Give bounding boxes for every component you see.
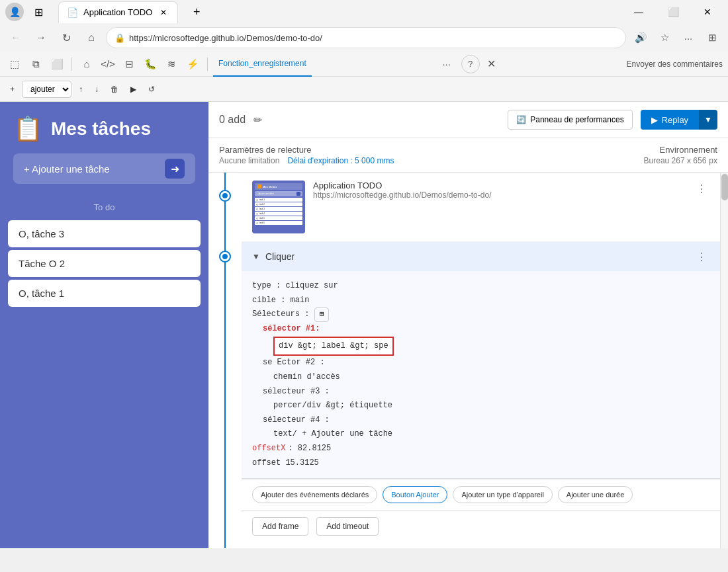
mini-app-icon bbox=[257, 184, 261, 188]
extensions-btn[interactable]: ⊞ bbox=[702, 27, 723, 48]
home-btn[interactable]: ⌂ bbox=[81, 27, 102, 48]
dt-network-btn[interactable]: ≋ bbox=[162, 55, 181, 73]
todo-title-row: 📋 Mes tâches bbox=[13, 115, 195, 143]
mini-add-btn: + Ajouter une tâche bbox=[255, 191, 302, 196]
dt-active-tab[interactable]: Fonction_enregistrement bbox=[213, 52, 312, 77]
dt2-rewind-btn[interactable]: ↺ bbox=[144, 81, 159, 98]
read-aloud-btn[interactable]: 🔊 bbox=[630, 27, 651, 48]
maximize-btn[interactable]: ⬜ bbox=[658, 3, 688, 21]
address-bar-actions: 🔊 ☆ ··· ⊞ bbox=[630, 27, 723, 48]
dt-device-btn[interactable]: ⧉ bbox=[26, 55, 45, 73]
more-tools-btn[interactable]: ··· bbox=[678, 27, 699, 48]
tab-close-btn[interactable]: ✕ bbox=[158, 7, 169, 19]
selector4-block: sélecteur #4 : text/ + Ajouter une tâche bbox=[252, 413, 709, 442]
selector-icon-btn[interactable]: ⊞ bbox=[314, 307, 329, 322]
mini-task-3: task 3 bbox=[255, 207, 302, 211]
timeline-dot-top bbox=[220, 191, 230, 200]
action-btn-bouton[interactable]: Bouton Ajouter bbox=[383, 486, 447, 503]
dt2-play-btn[interactable]: ▶ bbox=[126, 81, 141, 98]
sidebar-toggle[interactable]: ⊞ bbox=[29, 3, 48, 21]
dt-performance-btn[interactable]: ⚡ bbox=[183, 55, 202, 73]
action-btn-events[interactable]: Ajouter des événements déclarés bbox=[252, 486, 377, 503]
scrollbar-thumb[interactable] bbox=[721, 174, 728, 200]
app-entry: Mes tâches + Ajouter une tâche task bbox=[242, 173, 720, 242]
selector2-value: chemin d'accès bbox=[273, 372, 340, 382]
add-timeout-btn[interactable]: Add timeout bbox=[316, 517, 379, 536]
cliquer-header[interactable]: ▼ Cliquer ⋮ bbox=[242, 242, 720, 271]
edit-icon[interactable]: ✏ bbox=[253, 114, 262, 126]
feedback-btn[interactable]: Envoyer des commentaires bbox=[627, 60, 723, 69]
dt-help-btn[interactable]: ? bbox=[461, 55, 480, 73]
replay-btn[interactable]: ▶ Replay bbox=[641, 110, 699, 130]
task-item-1[interactable]: O, tâche 3 bbox=[8, 220, 201, 247]
dt-cursor-btn[interactable]: ⬚ bbox=[5, 55, 24, 73]
selector1-value-box: div &gt; label &gt; spe bbox=[273, 337, 394, 356]
cliquer-menu-btn[interactable]: ⋮ bbox=[694, 249, 709, 265]
target-key: cible : main bbox=[252, 294, 309, 308]
perf-btn-icon: 🔄 bbox=[516, 115, 526, 124]
dt-record-btn[interactable]: ⬜ bbox=[48, 55, 66, 73]
perf-btn-label: Panneau de performances bbox=[530, 115, 623, 124]
dt-layers-btn[interactable]: ⊟ bbox=[120, 55, 138, 73]
browser-tab-active[interactable]: 📄 Application TODO ✕ bbox=[58, 1, 178, 23]
selectors-key: Sélecteurs : bbox=[252, 307, 309, 322]
add-task-btn[interactable]: + Ajouter une tâche ➜ bbox=[13, 153, 195, 184]
replay-btn-group: ▶ Replay ▼ bbox=[641, 110, 717, 130]
refresh-btn[interactable]: ↻ bbox=[56, 27, 77, 48]
params-title: Paramètres de relecture bbox=[219, 145, 394, 155]
new-tab-btn[interactable]: + bbox=[186, 1, 207, 22]
selector1-block: sélector #1: div &gt; label &gt; spe bbox=[252, 322, 709, 356]
url-input[interactable]: 🔒 https://microsoftedge.github.io/Demos/… bbox=[106, 27, 626, 48]
mini-task-2: task 2 bbox=[255, 202, 302, 206]
offsetX-key: offsetX bbox=[252, 442, 285, 456]
offsetX-value: : 82.8125 bbox=[288, 442, 331, 456]
action-btn-device[interactable]: Ajouter un type d'appareil bbox=[453, 486, 552, 503]
mini-task-text4: task 4 bbox=[259, 212, 265, 215]
minimize-btn[interactable]: — bbox=[623, 3, 654, 21]
forward-btn[interactable]: → bbox=[30, 27, 52, 48]
favorites-btn[interactable]: ☆ bbox=[654, 27, 675, 48]
todo-app-icon: 📋 bbox=[13, 115, 43, 143]
timeline-area: Mes tâches + Ajouter une tâche task bbox=[208, 173, 728, 548]
replay-dropdown-btn[interactable]: ▼ bbox=[699, 110, 717, 130]
action-btn-duration[interactable]: Ajouter une durée bbox=[558, 486, 633, 503]
app-entry-menu-btn[interactable]: ⋮ bbox=[694, 181, 709, 196]
offsetX-line: offsetX : 82.8125 bbox=[252, 442, 709, 456]
code-block: type : cliquez sur cible : main Sélecteu… bbox=[242, 271, 720, 479]
dt2-upload-btn[interactable]: ↑ bbox=[74, 81, 87, 98]
mini-app-header: Mes tâches bbox=[255, 183, 302, 190]
selector1-line: sélector #1: bbox=[263, 322, 709, 337]
type-key: type : cliquez sur bbox=[252, 279, 338, 294]
add-frame-btn[interactable]: Add frame bbox=[252, 517, 308, 536]
mini-app-preview: Mes tâches + Ajouter une tâche task bbox=[252, 181, 305, 233]
devtools-toolbar: ⬚ ⧉ ⬜ ⌂ </> ⊟ 🐛 ≋ ⚡ Fonction_enregistrem… bbox=[0, 52, 728, 77]
dt2-download-btn[interactable]: ↓ bbox=[90, 81, 103, 98]
mini-tasks: task 1 task 2 task 3 bbox=[255, 198, 302, 225]
task-item-3[interactable]: O, tâche 1 bbox=[8, 280, 201, 307]
offset-line: offset 15.3125 bbox=[252, 456, 709, 471]
mini-arrow bbox=[296, 192, 300, 196]
dt-close-btn[interactable]: ✕ bbox=[482, 55, 501, 73]
selector4-value: text/ + Ajouter une tâche bbox=[273, 429, 392, 438]
back-btn[interactable]: ← bbox=[5, 27, 26, 48]
right-scrollbar[interactable] bbox=[720, 173, 728, 548]
dt-code-btn[interactable]: </> bbox=[99, 55, 117, 73]
dt2-delete-btn[interactable]: 🗑 bbox=[106, 81, 123, 98]
mini-task-dot5 bbox=[256, 218, 258, 220]
dt-home-btn[interactable]: ⌂ bbox=[77, 55, 96, 73]
close-btn[interactable]: ✕ bbox=[692, 3, 723, 21]
dt-more-btn[interactable]: ··· bbox=[437, 55, 456, 73]
perf-panel-btn[interactable]: 🔄 Panneau de performances bbox=[508, 110, 632, 130]
mini-task-dot bbox=[256, 199, 258, 201]
timeline-line bbox=[224, 173, 226, 548]
dt2-add-btn[interactable]: + bbox=[5, 81, 19, 98]
app-info: Application TODO https://microsoftedge.g… bbox=[313, 181, 686, 200]
mini-task-text3: task 3 bbox=[259, 208, 265, 210]
selector1-value-row: div &gt; label &gt; spe bbox=[263, 337, 709, 356]
task-item-2[interactable]: Tâche O 2 bbox=[8, 250, 201, 277]
dt2-action-select[interactable]: ajouter bbox=[22, 81, 71, 98]
dt-bug-btn[interactable]: 🐛 bbox=[141, 55, 159, 73]
user-avatar[interactable]: 👤 bbox=[5, 3, 24, 21]
selector3-line: sélecteur #3 : bbox=[263, 385, 709, 399]
mini-task-4: task 4 bbox=[255, 212, 302, 216]
